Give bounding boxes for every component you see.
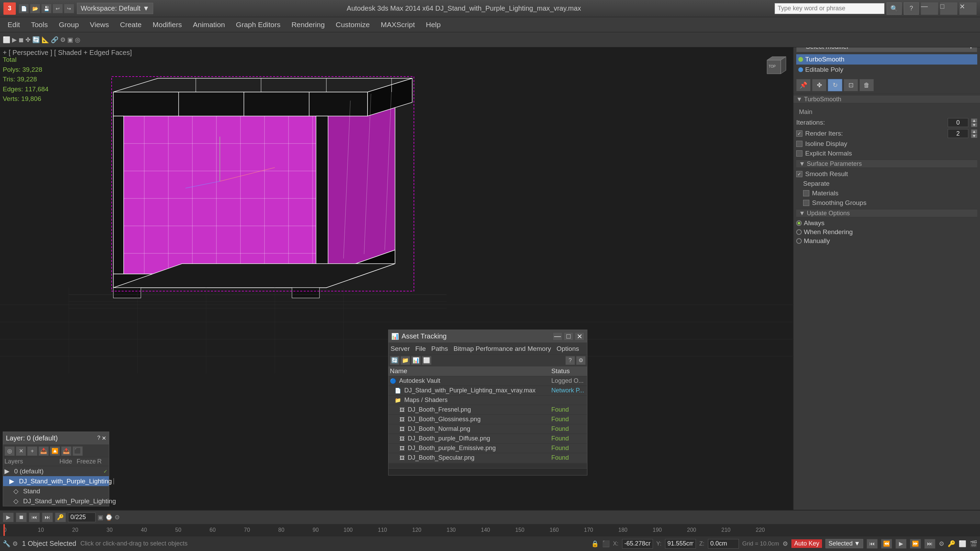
asset-close[interactable]: ✕ [575,332,584,341]
render-iters-spinner[interactable]: ▲ ▼ [971,129,977,138]
smoothing-groups-checkbox[interactable] [803,200,809,206]
menu-create[interactable]: Create [115,19,146,31]
always-radio[interactable] [796,221,802,226]
timeline-ruler[interactable]: // inline draw markers 0 10 20 30 40 50 … [0,524,980,536]
asset-row-2[interactable]: 📁 Maps / Shaders [388,395,587,405]
asset-row-4[interactable]: 🖼 DJ_Booth_Glossiness.png Found [388,415,587,424]
manually-radio[interactable] [796,238,802,244]
modifier-editable-poly[interactable]: Editable Poly [796,65,977,75]
render-iters-checkbox[interactable]: ✓ [796,130,802,137]
asset-tool-2[interactable]: 📁 [401,356,410,365]
goto-start[interactable]: ⏮ [867,539,878,549]
explicit-normals-checkbox[interactable] [796,150,802,157]
next-frame[interactable]: ⏭ [42,513,53,522]
workspace-selector[interactable]: Workspace: Default ▼ [77,3,153,14]
y-field[interactable] [665,539,696,549]
menu-group[interactable]: Group [54,19,83,31]
layer-tool-5[interactable]: 🔼 [50,446,60,456]
layer-tool-7[interactable]: ⬛ [73,446,83,456]
iterations-spinner[interactable]: ▲ ▼ [971,118,977,127]
menu-customize[interactable]: Customize [331,19,374,31]
asset-tool-3[interactable]: 📊 [411,356,421,365]
key-mode[interactable]: 🔑 [55,513,66,522]
trash-icon[interactable]: 🗑 [859,79,874,91]
materials-checkbox[interactable] [803,190,809,196]
modifier-turbosmooth[interactable]: TurboSmooth [796,54,977,65]
prev-key[interactable]: ⏪ [881,539,892,549]
asset-menu-bitmap[interactable]: Bitmap Performance and Memory [453,345,551,353]
frame-field[interactable]: 0/225 [68,513,95,522]
menu-graph-editors[interactable]: Graph Editors [231,19,285,31]
undo-button[interactable]: ↩ [52,4,63,13]
search-button[interactable]: 🔍 [886,2,902,15]
asset-menu-file[interactable]: File [415,345,426,353]
menu-modifiers[interactable]: Modifiers [148,19,186,31]
play-anim[interactable]: ▶ [896,539,907,549]
move-icon[interactable]: ✤ [812,79,826,91]
orientation-cube[interactable]: TOP [760,53,788,81]
asset-scrollbar[interactable] [388,463,587,468]
redo-button[interactable]: ↪ [64,4,74,13]
menu-help[interactable]: Help [421,19,445,31]
pin-icon[interactable]: 📌 [796,79,811,91]
layer-tool-3[interactable]: + [27,446,37,456]
isoline-checkbox[interactable] [796,141,802,147]
z-field[interactable] [708,539,739,549]
search-input[interactable] [775,3,885,14]
layer-tool-2[interactable]: ✕ [16,446,26,456]
menu-rendering[interactable]: Rendering [286,19,329,31]
asset-settings[interactable]: ⚙ [576,356,585,365]
asset-menu-options[interactable]: Options [557,345,579,353]
x-field[interactable] [622,539,653,549]
asset-menu-paths[interactable]: Paths [431,345,448,353]
layer-row-djstand[interactable]: ▶ DJ_Stand_with_Purple_Lighting [3,476,109,486]
next-key[interactable]: ⏩ [910,539,921,549]
close-button[interactable]: ✕ [959,2,977,15]
asset-help[interactable]: ? [565,356,575,365]
scale-icon[interactable]: ⊡ [844,79,858,91]
asset-tool-4[interactable]: ⬜ [422,356,431,365]
asset-row-3[interactable]: 🖼 DJ_Booth_Fresnel.png Found [388,405,587,415]
selected-dropdown[interactable]: Selected▼ [826,539,863,548]
open-button[interactable]: 📂 [30,4,40,13]
menu-maxscript[interactable]: MAXScript [376,19,420,31]
layer-row-stand[interactable]: ◇ Stand [3,486,109,496]
asset-row-0[interactable]: 🔵 Autodesk Vault Logged O... [388,376,587,386]
when-rendering-radio[interactable] [796,229,802,235]
asset-minimize[interactable]: — [553,332,562,341]
play-button[interactable]: ▶ [3,513,14,522]
layer-tool-4[interactable]: 📥 [38,446,49,456]
layer-tool-1[interactable]: ◎ [5,446,15,456]
asset-row-5[interactable]: 🖼 DJ_Booth_Normal.png Found [388,424,587,434]
asset-tool-1[interactable]: 🔄 [390,356,399,365]
asset-maximize[interactable]: □ [564,332,573,341]
stop-button[interactable]: ⏹ [16,513,27,522]
auto-key-button[interactable]: Auto Key [791,539,822,548]
goto-end[interactable]: ⏭ [924,539,935,549]
asset-menu-server[interactable]: Server [391,345,410,353]
iterations-value[interactable]: 0 [948,118,968,127]
menu-tools[interactable]: Tools [26,19,52,31]
asset-row-7[interactable]: 🖼 DJ_Booth_purple_Emissive.png Found [388,443,587,453]
new-button[interactable]: 📄 [19,4,29,13]
asset-row-8[interactable]: 🖼 DJ_Booth_Specular.png Found [388,453,587,463]
spin-up[interactable]: ▲ [971,118,977,122]
menu-edit[interactable]: Edit [3,19,25,31]
rotate-icon[interactable]: ↻ [828,79,842,91]
layers-help[interactable]: ? [97,435,100,441]
maximize-button[interactable]: □ [940,2,957,15]
layers-close[interactable]: ✕ [102,435,106,441]
save-button[interactable]: 💾 [41,4,51,13]
smooth-result-checkbox[interactable]: ✓ [796,171,802,177]
asset-row-6[interactable]: 🖼 DJ_Booth_purple_Diffuse.png Found [388,434,587,443]
menu-views[interactable]: Views [85,19,114,31]
menu-animation[interactable]: Animation [188,19,229,31]
spin-up-2[interactable]: ▲ [971,129,977,133]
spin-down-2[interactable]: ▼ [971,134,977,138]
render-iters-value[interactable]: 2 [948,129,968,138]
asset-row-1[interactable]: 📄 DJ_Stand_with_Purple_Lighting_max_vray… [388,386,587,395]
layer-tool-6[interactable]: 📤 [61,446,72,456]
minimize-button[interactable]: — [921,2,938,15]
prev-frame[interactable]: ⏮ [29,513,40,522]
layer-row-djstand2[interactable]: ◇ DJ_Stand_with_Purple_Lighting [3,496,109,506]
